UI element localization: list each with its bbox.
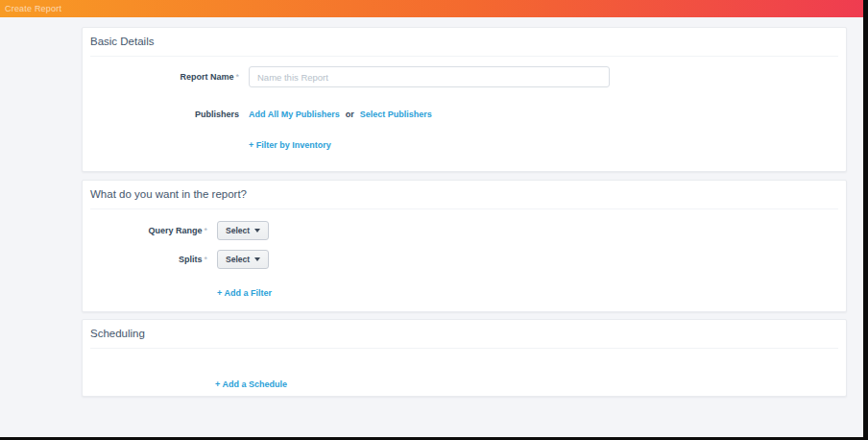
report-name-control [249,66,610,87]
splits-select[interactable]: Select [217,250,269,269]
query-range-select[interactable]: Select [217,221,269,240]
query-range-label-text: Query Range [148,226,202,235]
publishers-row: Publishers Add All My Publishers or Sele… [90,110,846,119]
add-a-schedule-link[interactable]: + Add a Schedule [215,379,287,389]
screen-border-right [863,0,868,440]
caret-down-icon [254,229,260,232]
query-range-select-label: Select [226,226,250,235]
add-a-filter-link[interactable]: + Add a Filter [217,288,272,298]
report-name-label: Report Name* [90,72,239,82]
create-report-screen: Create Report Basic Details Report Name*… [0,0,868,440]
required-asterisk: * [204,255,207,264]
scheduling-card: Scheduling + Add a Schedule [82,319,847,397]
report-name-label-text: Report Name [180,72,233,82]
section-title-basic-details: Basic Details [90,36,838,57]
select-publishers-link[interactable]: Select Publishers [360,110,432,119]
report-name-input[interactable] [249,66,610,87]
or-text: or [346,110,354,119]
caret-down-icon [254,257,260,261]
required-asterisk: * [235,72,239,82]
top-header-bar: Create Report [0,0,863,17]
report-name-row: Report Name* [90,66,846,87]
filter-by-inventory-link[interactable]: + Filter by Inventory [249,140,331,150]
section-title-report-content: What do you want in the report? [90,188,838,209]
publishers-label: Publishers [90,110,239,119]
section-title-scheduling: Scheduling [90,328,838,349]
add-all-publishers-link[interactable]: Add All My Publishers [249,110,340,119]
add-filter-row: + Add a Filter [90,288,846,298]
filter-inventory-row: + Filter by Inventory [90,140,846,150]
splits-select-label: Select [226,255,250,264]
query-range-row: Query Range* Select [90,221,846,240]
splits-row: Splits* Select [90,250,846,269]
page-title: Create Report [5,4,61,13]
basic-details-card: Basic Details Report Name* Publishers Ad… [82,27,847,172]
query-range-label: Query Range* [90,226,207,235]
splits-label-text: Splits [179,255,203,264]
splits-label: Splits* [90,255,207,264]
report-content-card: What do you want in the report? Query Ra… [82,180,847,312]
publishers-links: Add All My Publishers or Select Publishe… [249,110,432,119]
add-schedule-row: + Add a Schedule [215,374,846,391]
required-asterisk: * [204,226,207,235]
